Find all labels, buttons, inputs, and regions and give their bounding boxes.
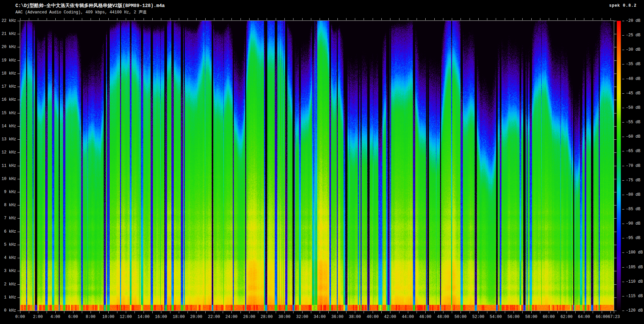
db-scale-label: -105 dB xyxy=(626,265,643,270)
x-axis-label: 38:00 xyxy=(346,315,364,319)
y-axis-label: 2 kHz xyxy=(0,282,16,287)
db-scale-label: -115 dB xyxy=(626,294,643,298)
y-tick-mark-right xyxy=(614,47,616,47)
y-tick-mark xyxy=(17,232,20,232)
x-axis-label: 2:00 xyxy=(29,315,47,319)
db-tick-mark xyxy=(622,296,624,296)
y-tick-mark-right xyxy=(614,34,616,34)
x-tick-mark-top xyxy=(567,18,567,20)
x-tick-mark xyxy=(575,311,576,313)
x-tick-mark xyxy=(38,311,38,313)
x-tick-mark-top xyxy=(531,18,532,20)
x-tick-mark xyxy=(249,311,250,313)
y-tick-mark-right xyxy=(614,192,616,192)
x-tick-mark xyxy=(196,311,197,313)
x-tick-mark-top xyxy=(549,18,549,20)
y-axis-label: 0 kHz xyxy=(0,308,16,313)
y-tick-mark xyxy=(17,179,20,179)
db-tick-mark xyxy=(622,252,624,253)
y-tick-mark-right xyxy=(614,113,616,113)
x-tick-mark-top xyxy=(20,18,20,20)
db-tick-mark xyxy=(622,35,624,36)
db-scale-label: -55 dB xyxy=(626,120,640,125)
x-tick-mark-top xyxy=(355,18,355,20)
db-tick-mark xyxy=(622,267,624,268)
y-tick-mark-right xyxy=(614,258,616,258)
x-tick-mark xyxy=(549,311,549,313)
x-tick-mark xyxy=(425,311,426,313)
db-scale-label: -120 dB xyxy=(626,308,643,313)
x-axis-label: 30:00 xyxy=(276,315,293,319)
y-tick-mark-right xyxy=(614,166,616,166)
y-axis-label: 1 kHz xyxy=(0,295,16,300)
x-tick-mark-top xyxy=(461,18,461,20)
x-tick-mark xyxy=(487,311,487,313)
db-scale-label: -50 dB xyxy=(626,105,640,110)
x-tick-mark xyxy=(117,311,117,313)
x-tick-mark xyxy=(258,311,258,313)
x-tick-mark xyxy=(161,311,161,313)
x-tick-mark-top xyxy=(584,18,584,20)
x-tick-mark xyxy=(320,311,320,313)
y-tick-mark-right xyxy=(614,139,616,140)
x-tick-mark xyxy=(73,311,73,313)
db-tick-mark xyxy=(622,209,624,210)
x-tick-mark-top xyxy=(29,18,29,20)
x-tick-mark-top xyxy=(196,18,197,20)
x-tick-mark-top xyxy=(364,18,364,20)
y-axis-label: 8 kHz xyxy=(0,203,16,207)
x-tick-mark xyxy=(214,311,214,313)
x-tick-mark-top xyxy=(64,18,64,20)
y-tick-mark xyxy=(17,205,20,205)
db-scale-label: -30 dB xyxy=(626,47,640,52)
x-axis-label: 22:00 xyxy=(205,315,223,319)
x-axis-label: 16:00 xyxy=(152,315,170,319)
x-tick-mark-end xyxy=(614,311,614,313)
y-tick-mark-right xyxy=(614,284,616,285)
x-tick-mark-top xyxy=(187,18,188,20)
db-tick-mark xyxy=(622,224,624,224)
y-axis-label: 19 kHz xyxy=(0,58,16,63)
db-tick-mark xyxy=(622,238,624,238)
x-tick-mark xyxy=(64,311,64,313)
x-axis-label: 12:00 xyxy=(117,315,135,319)
x-tick-mark-top xyxy=(38,18,38,20)
db-scale-label: -40 dB xyxy=(626,77,640,81)
x-tick-mark xyxy=(126,311,126,313)
y-tick-mark-right xyxy=(614,74,616,74)
y-tick-mark-right xyxy=(614,152,616,153)
x-axis-label: 4:00 xyxy=(47,315,64,319)
x-tick-mark-top xyxy=(249,18,250,20)
x-tick-mark-top xyxy=(117,18,117,20)
x-axis-label: 10:00 xyxy=(100,315,117,319)
x-tick-mark xyxy=(593,311,593,313)
x-tick-mark-top xyxy=(161,18,161,20)
x-tick-mark xyxy=(135,311,135,313)
x-axis-label: 64:00 xyxy=(575,315,593,319)
x-tick-mark-top xyxy=(179,18,179,20)
y-tick-mark xyxy=(17,34,20,34)
y-tick-mark xyxy=(17,113,20,113)
db-tick-mark xyxy=(622,64,624,64)
x-axis-label: 67:23 xyxy=(605,315,623,319)
y-tick-mark-right xyxy=(614,271,616,271)
x-tick-mark-top xyxy=(170,18,170,20)
x-axis-label: 24:00 xyxy=(223,315,240,319)
x-axis-label: 34:00 xyxy=(311,315,328,319)
x-tick-mark-top xyxy=(293,18,293,20)
y-tick-mark-right xyxy=(614,205,616,205)
db-scale-label: -95 dB xyxy=(626,236,640,240)
x-tick-mark xyxy=(240,311,241,313)
y-tick-mark-right xyxy=(614,232,616,232)
x-tick-mark-top xyxy=(99,18,100,20)
x-tick-mark xyxy=(205,311,206,313)
x-tick-mark-top xyxy=(443,18,443,20)
y-tick-mark-right xyxy=(614,87,616,87)
x-tick-mark-top xyxy=(487,18,487,20)
x-tick-mark-top xyxy=(311,18,311,20)
db-scale-label: -60 dB xyxy=(626,134,640,139)
y-tick-mark-right xyxy=(614,21,616,21)
y-axis-label: 6 kHz xyxy=(0,229,16,234)
x-tick-mark xyxy=(55,311,56,313)
db-tick-mark xyxy=(622,166,624,166)
